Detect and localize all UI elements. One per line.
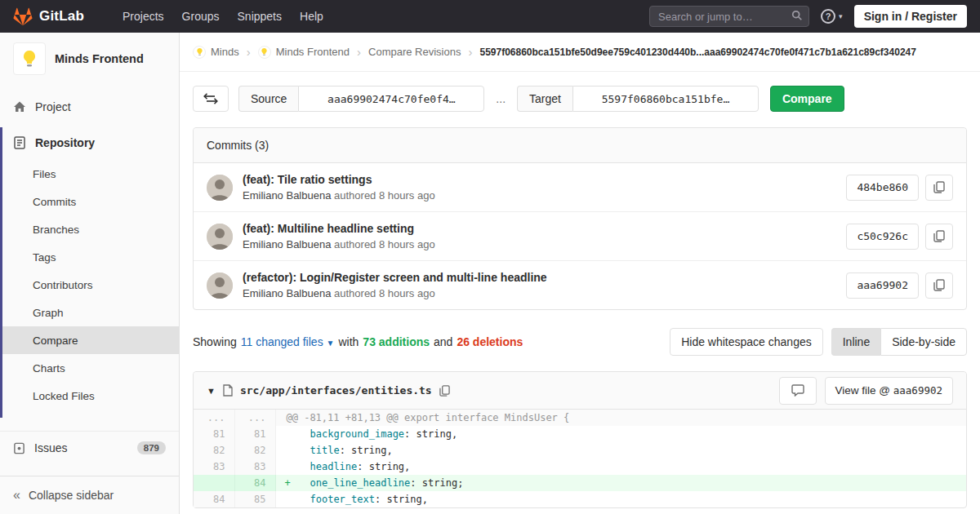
code-line: background_image: string, [275, 426, 966, 442]
breadcrumb: Minds › Minds Frontend › Compare Revisio… [180, 33, 980, 72]
nav-item-snippets[interactable]: Snippets [229, 0, 291, 33]
clipboard-icon [933, 181, 945, 193]
commit-row: (feat): Multiline headline setting Emili… [194, 211, 966, 260]
source-revision-input[interactable] [298, 86, 484, 112]
old-line-number[interactable]: 83 [194, 459, 234, 475]
file-path[interactable]: src/app/interfaces/entities.ts [240, 384, 432, 397]
breadcrumb-project[interactable]: Minds Frontend [258, 46, 350, 59]
question-icon: ? [821, 9, 835, 24]
sidebar-item-label: Project [35, 100, 71, 113]
collapse-sidebar-button[interactable]: « Collapse sidebar [0, 476, 179, 514]
search-icon[interactable] [791, 10, 803, 21]
new-line-number[interactable]: 85 [234, 491, 275, 507]
commit-title[interactable]: (feat): Multiline headline setting [243, 222, 435, 235]
comment-icon [791, 384, 804, 397]
avatar[interactable] [207, 273, 233, 299]
commit-sha-button[interactable]: 484be860 [846, 175, 919, 201]
file-diff-header: ▼ src/app/interfaces/entities.ts [194, 372, 966, 410]
copy-sha-button[interactable] [925, 175, 953, 201]
nav-item-projects[interactable]: Projects [114, 0, 173, 33]
commit-author[interactable]: Emiliano Balbuena [243, 287, 331, 299]
commit-sha-button[interactable]: aaa69902 [846, 273, 919, 299]
new-line-number[interactable]: 84 [234, 475, 275, 491]
clipboard-icon [933, 279, 945, 291]
help-dropdown[interactable]: ? ▾ [821, 9, 843, 24]
new-line-number[interactable]: 82 [234, 442, 275, 459]
new-line-number: ... [234, 410, 275, 426]
diff-view-toggle: Inline Side-by-side [831, 328, 967, 356]
side-by-side-view-button[interactable]: Side-by-side [880, 328, 967, 356]
breadcrumb-separator: › [468, 45, 472, 59]
sidebar-item-graph[interactable]: Graph [2, 299, 179, 326]
brand-wordmark: GitLab [39, 8, 84, 24]
sidebar-item-branches[interactable]: Branches [2, 215, 179, 243]
commit-meta: authored 8 hours ago [334, 189, 435, 202]
main-menu: Projects Groups Snippets Help [114, 0, 332, 33]
target-revision-input[interactable] [572, 86, 759, 112]
avatar[interactable] [207, 175, 233, 201]
collapse-sidebar-label: Collapse sidebar [29, 489, 114, 502]
compare-button[interactable]: Compare [770, 86, 844, 112]
diff-line-row-added: 84 +one_line_headline: string; [194, 475, 966, 491]
diff-line-row: 82 82 title: string, [194, 442, 966, 459]
commit-title[interactable]: (feat): Tile ratio settings [243, 173, 435, 186]
copy-path-icon[interactable] [439, 385, 450, 397]
global-search [649, 6, 809, 27]
clipboard-icon [933, 230, 945, 242]
new-line-number[interactable]: 83 [234, 459, 275, 475]
old-line-number[interactable] [194, 475, 234, 491]
inline-view-button[interactable]: Inline [831, 328, 880, 356]
commit-sha-button[interactable]: c50c926c [846, 224, 919, 250]
breadcrumb-compare-revisions[interactable]: Compare Revisions [368, 46, 461, 58]
commit-title[interactable]: (refactor): Login/Register screen and mu… [243, 271, 547, 284]
new-line-number[interactable]: 81 [234, 426, 275, 442]
file-icon [223, 384, 233, 397]
project-context-header[interactable]: Minds Frontend [0, 33, 179, 86]
commit-author[interactable]: Emiliano Balbuena [243, 238, 331, 250]
old-line-number[interactable]: 84 [194, 491, 234, 507]
commit-meta: authored 8 hours ago [334, 238, 435, 250]
sidebar-item-files[interactable]: Files [2, 160, 179, 188]
sidebar-item-project[interactable]: Project [0, 91, 179, 122]
showing-label: Showing [193, 335, 237, 348]
breadcrumb-label: Minds Frontend [276, 46, 350, 58]
sidebar-item-compare[interactable]: Compare [2, 326, 179, 354]
hide-whitespace-button[interactable]: Hide whitespace changes [670, 328, 823, 356]
top-navbar: GitLab Projects Groups Snippets Help ? ▾… [0, 0, 980, 33]
hunk-header-text: @@ -81,11 +81,13 @@ export interface Min… [275, 410, 966, 426]
sidebar-item-tags[interactable]: Tags [2, 243, 179, 271]
copy-sha-button[interactable] [925, 224, 953, 250]
additions-count: 73 additions [363, 335, 430, 348]
old-line-number[interactable]: 82 [194, 442, 234, 459]
nav-item-groups[interactable]: Groups [173, 0, 229, 33]
search-input[interactable] [649, 6, 809, 27]
deletions-count: 26 deletions [457, 335, 523, 348]
copy-sha-button[interactable] [925, 273, 953, 299]
commit-meta: authored 8 hours ago [334, 287, 435, 299]
code-line: +one_line_headline: string; [275, 475, 966, 491]
source-field-group: Source [238, 86, 484, 112]
swap-revisions-button[interactable] [193, 86, 229, 112]
sidebar-item-charts[interactable]: Charts [2, 354, 179, 382]
nav-item-help[interactable]: Help [291, 0, 332, 33]
changed-files-dropdown[interactable]: 11 changed files ▼ [241, 335, 335, 348]
sidebar-item-repository[interactable]: Repository [2, 127, 179, 158]
target-label: Target [517, 86, 572, 112]
sidebar-item-locked-files[interactable]: Locked Files [2, 382, 179, 410]
old-line-number[interactable]: 81 [194, 426, 234, 442]
breadcrumb-group[interactable]: Minds [193, 46, 239, 59]
breadcrumb-current-sha: 5597f06860bca151bfe50d9ee759c401230d440b… [479, 47, 915, 58]
commit-author[interactable]: Emiliano Balbuena [243, 189, 331, 202]
tanuki-icon [13, 7, 33, 26]
gitlab-logo[interactable]: GitLab [13, 7, 84, 26]
sidebar-item-contributors[interactable]: Contributors [2, 271, 179, 299]
sidebar-item-issues[interactable]: Issues 879 [0, 431, 179, 464]
avatar[interactable] [207, 224, 233, 250]
sidebar-section-repository: Repository Files Commits Branches Tags C… [0, 127, 179, 418]
view-file-button[interactable]: View file @ aaa69902 [825, 377, 953, 405]
collapse-file-caret-icon[interactable]: ▼ [207, 386, 216, 396]
compare-form: Source ... Target Compare [193, 86, 967, 112]
sidebar-item-commits[interactable]: Commits [2, 188, 179, 215]
toggle-comments-button[interactable] [779, 377, 817, 405]
sign-in-register-button[interactable]: Sign in / Register [854, 5, 967, 28]
